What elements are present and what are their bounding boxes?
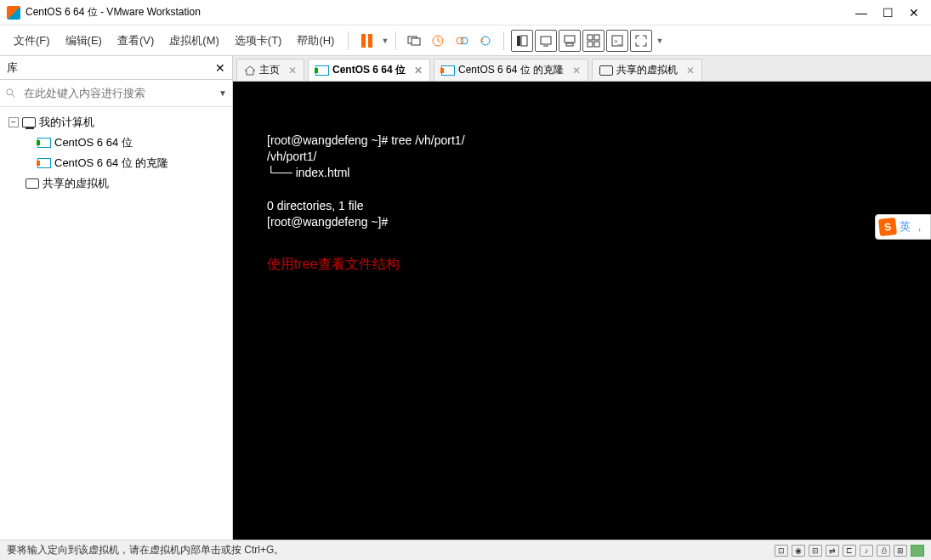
svg-rect-7	[521, 36, 527, 46]
svg-rect-8	[541, 37, 551, 44]
menu-file[interactable]: 文件(F)	[7, 30, 57, 52]
collapse-icon[interactable]: −	[9, 117, 19, 127]
tab-label: 共享的虚拟机	[616, 63, 678, 77]
titlebar: CentOS 6 64 位 - VMware Workstation — ☐ ✕	[0, 0, 931, 25]
device-printer-icon[interactable]: ⎙	[877, 545, 890, 557]
device-usb-icon[interactable]: ⊏	[843, 545, 856, 557]
tree-root-my-computer[interactable]: − 我的计算机	[3, 112, 229, 133]
library-close-button[interactable]: ✕	[215, 61, 225, 75]
sogou-logo-icon: S	[878, 218, 897, 236]
svg-rect-14	[588, 42, 593, 47]
vm-running-icon	[37, 138, 51, 148]
vm-running-icon	[315, 65, 329, 76]
statusbar: 要将输入定向到该虚拟机，请在虚拟机内部单击或按 Ctrl+G。 ⊡ ◉ ⊟ ⇄ …	[0, 540, 931, 560]
device-floppy-icon[interactable]: ⊟	[809, 545, 822, 557]
menubar: 文件(F) 编辑(E) 查看(V) 虚拟机(M) 选项卡(T) 帮助(H) ▼ …	[0, 25, 931, 56]
tree-item-centos[interactable]: CentOS 6 64 位	[3, 133, 229, 153]
messages-icon[interactable]	[911, 545, 924, 557]
svg-rect-13	[594, 35, 599, 40]
home-icon	[244, 65, 256, 76]
device-network-icon[interactable]: ⇄	[826, 545, 839, 557]
menu-tabs[interactable]: 选项卡(T)	[228, 30, 289, 52]
svg-text:>_: >_	[614, 37, 622, 45]
snapshot-manager-button[interactable]	[451, 30, 473, 52]
terminal-line: 0 directories, 1 file	[267, 199, 364, 212]
send-ctrl-alt-del-button[interactable]	[403, 30, 425, 52]
computer-icon	[22, 117, 36, 127]
device-sound-icon[interactable]: ♪	[860, 545, 873, 557]
svg-line-19	[12, 93, 15, 97]
tab-shared-vms[interactable]: 共享的虚拟机 ✕	[592, 59, 702, 81]
svg-rect-11	[566, 43, 573, 46]
pause-dropdown[interactable]: ▼	[381, 37, 389, 45]
ime-mode-label: 英 ，	[900, 219, 925, 235]
menu-view[interactable]: 查看(V)	[111, 30, 161, 52]
terminal-line: [root@wangdefeng ~]# tree /vh/port1/	[267, 133, 465, 147]
search-dropdown[interactable]: ▼	[217, 87, 229, 99]
tree-item-centos-clone[interactable]: CentOS 6 64 位 的克隆	[3, 153, 229, 173]
svg-rect-1	[412, 38, 420, 45]
pause-button[interactable]	[355, 30, 378, 52]
view-console-button[interactable]	[535, 30, 557, 52]
menu-vm[interactable]: 虚拟机(M)	[162, 30, 226, 52]
tree-shared-vms[interactable]: 共享的虚拟机	[3, 173, 229, 194]
svg-point-18	[7, 88, 13, 94]
tab-close-button[interactable]: ✕	[414, 65, 423, 76]
library-panel: 库 ✕ ▼ − 我的计算机 CentOS 6 64 位 CentOS 6 64 …	[0, 56, 233, 540]
library-title: 库	[7, 60, 18, 76]
tree-label: 我的计算机	[39, 115, 94, 130]
vm-stopped-icon	[37, 158, 51, 168]
view-thumbnail-button[interactable]	[559, 30, 581, 52]
shared-icon	[599, 65, 613, 76]
maximize-button[interactable]: ☐	[883, 6, 894, 20]
window-controls: — ☐ ✕	[855, 6, 924, 20]
menu-help[interactable]: 帮助(H)	[290, 30, 341, 52]
content-area: 主页 ✕ CentOS 6 64 位 ✕ CentOS 6 64 位 的克隆 ✕…	[233, 56, 931, 540]
menu-edit[interactable]: 编辑(E)	[59, 30, 109, 52]
svg-rect-6	[517, 36, 520, 46]
search-input[interactable]	[22, 83, 213, 103]
tab-close-button[interactable]: ✕	[686, 65, 695, 76]
device-display-icon[interactable]: ⊞	[894, 545, 907, 557]
view-single-button[interactable]	[511, 30, 533, 52]
tree-label: CentOS 6 64 位 的克隆	[54, 156, 168, 171]
svg-rect-15	[594, 42, 599, 47]
main-area: 库 ✕ ▼ − 我的计算机 CentOS 6 64 位 CentOS 6 64 …	[0, 56, 931, 540]
tab-close-button[interactable]: ✕	[288, 65, 297, 76]
console-view-button[interactable]: >_	[606, 30, 628, 52]
view-unity-button[interactable]	[582, 30, 605, 52]
app-icon	[7, 6, 20, 20]
terminal-line: /vh/port1/	[267, 150, 316, 163]
library-header: 库 ✕	[0, 56, 232, 80]
device-cd-icon[interactable]: ◉	[792, 545, 805, 557]
fullscreen-button[interactable]	[630, 30, 652, 52]
close-button[interactable]: ✕	[909, 6, 919, 20]
svg-point-4	[461, 37, 468, 44]
minimize-button[interactable]: —	[855, 6, 867, 20]
library-search: ▼	[0, 80, 232, 107]
tab-label: 主页	[259, 63, 280, 77]
annotation-text: 使用tree查看文件结构	[267, 256, 897, 274]
search-icon	[3, 86, 19, 101]
tree-label: 共享的虚拟机	[43, 176, 109, 191]
svg-rect-10	[565, 36, 575, 42]
status-icons: ⊡ ◉ ⊟ ⇄ ⊏ ♪ ⎙ ⊞	[775, 545, 924, 557]
tab-close-button[interactable]: ✕	[572, 65, 581, 76]
tab-centos[interactable]: CentOS 6 64 位 ✕	[308, 59, 430, 81]
tab-centos-clone[interactable]: CentOS 6 64 位 的克隆 ✕	[434, 59, 588, 81]
device-disk-icon[interactable]: ⊡	[775, 545, 788, 557]
snapshot-button[interactable]	[427, 30, 449, 52]
tab-label: CentOS 6 64 位 的克隆	[458, 63, 564, 77]
svg-rect-12	[588, 35, 593, 40]
tab-bar: 主页 ✕ CentOS 6 64 位 ✕ CentOS 6 64 位 的克隆 ✕…	[233, 56, 931, 82]
tab-home[interactable]: 主页 ✕	[236, 59, 304, 81]
terminal[interactable]: [root@wangdefeng ~]# tree /vh/port1/ /vh…	[233, 82, 931, 540]
fullscreen-dropdown[interactable]: ▼	[656, 37, 663, 45]
revert-button[interactable]	[474, 30, 497, 52]
ime-toolbar[interactable]: S 英 ，	[875, 214, 931, 240]
terminal-line: [root@wangdefeng ~]#	[267, 215, 391, 229]
tree-label: CentOS 6 64 位	[54, 135, 133, 150]
shared-icon	[26, 178, 39, 189]
library-tree: − 我的计算机 CentOS 6 64 位 CentOS 6 64 位 的克隆 …	[0, 107, 232, 199]
tab-label: CentOS 6 64 位	[332, 63, 406, 77]
